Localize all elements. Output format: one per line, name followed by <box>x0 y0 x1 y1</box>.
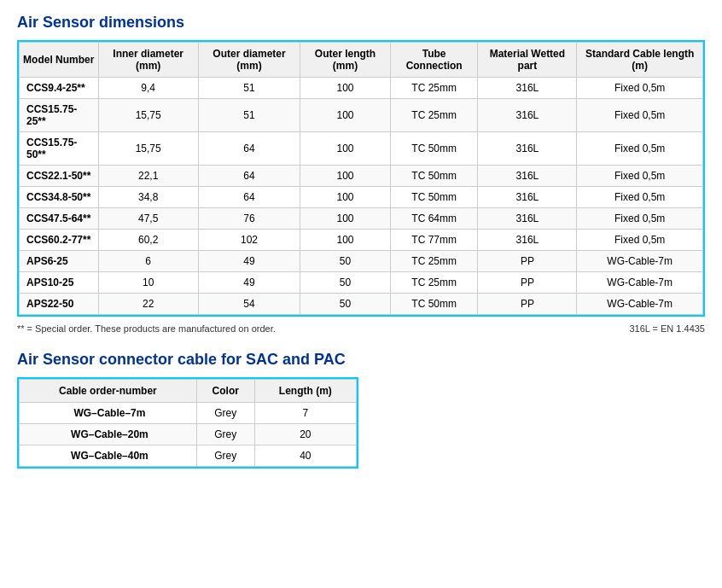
table-cell: 51 <box>198 99 300 132</box>
table-header-row: Model Number Inner diameter (mm) Outer d… <box>20 43 703 78</box>
table-cell: WG–Cable–7m <box>20 403 197 424</box>
table-cell: CCS34.8-50** <box>20 187 99 208</box>
table-cell: 6 <box>98 251 198 272</box>
table-cell: 316L <box>478 187 577 208</box>
table-cell: CCS9.4-25** <box>20 78 99 99</box>
col-inner-diam: Inner diameter (mm) <box>98 43 198 78</box>
col-color: Color <box>196 380 254 403</box>
connector-table: Cable order-number Color Length (m) WG–C… <box>19 379 357 467</box>
table-cell: CCS15.75-50** <box>20 132 99 166</box>
table-cell: 100 <box>300 187 391 208</box>
table-cell: Fixed 0,5m <box>577 208 703 230</box>
table-cell: 51 <box>198 78 300 99</box>
table-cell: WG-Cable-7m <box>577 272 703 294</box>
table-cell: 76 <box>198 208 300 230</box>
col-cable-length: Standard Cable length (m) <box>577 43 703 78</box>
col-outer-diam: Outer diameter (mm) <box>198 43 300 78</box>
table-row: CCS15.75-25**15,7551100TC 25mm316LFixed … <box>20 99 703 132</box>
table-cell: 50 <box>300 251 391 272</box>
table-cell: 316L <box>478 99 577 132</box>
table-row: CCS47.5-64**47,576100TC 64mm316LFixed 0,… <box>20 208 703 230</box>
section2-title: Air Sensor connector cable for SAC and P… <box>17 351 705 369</box>
table-cell: 9,4 <box>98 78 198 99</box>
table-cell: 316L <box>478 208 577 230</box>
table-cell: TC 50mm <box>390 294 478 315</box>
footnote: ** = Special order. These products are m… <box>17 323 705 334</box>
table-cell: 64 <box>198 187 300 208</box>
table-row: WG–Cable–7mGrey7 <box>20 403 357 424</box>
table-cell: 47,5 <box>98 208 198 230</box>
table-cell: Grey <box>196 424 254 445</box>
connector-table-wrapper: Cable order-number Color Length (m) WG–C… <box>17 377 358 469</box>
table-cell: 34,8 <box>98 187 198 208</box>
table-row: APS6-2564950TC 25mmPPWG-Cable-7m <box>20 251 703 272</box>
table-cell: TC 25mm <box>390 78 478 99</box>
table-row: CCS9.4-25**9,451100TC 25mm316LFixed 0,5m <box>20 78 703 99</box>
table-cell: 100 <box>300 132 391 166</box>
table-cell: 49 <box>198 272 300 294</box>
table-row: CCS34.8-50**34,864100TC 50mm316LFixed 0,… <box>20 187 703 208</box>
col-model: Model Number <box>20 43 99 78</box>
table-cell: 40 <box>254 445 356 467</box>
table-cell: PP <box>478 294 577 315</box>
connector-header-row: Cable order-number Color Length (m) <box>20 380 357 403</box>
table-cell: 49 <box>198 251 300 272</box>
table-cell: 20 <box>254 424 356 445</box>
table-row: APS10-25104950TC 25mmPPWG-Cable-7m <box>20 272 703 294</box>
table-cell: 64 <box>198 132 300 166</box>
table-cell: 60,2 <box>98 230 198 251</box>
dimensions-table-wrapper: Model Number Inner diameter (mm) Outer d… <box>17 40 705 317</box>
table-cell: TC 77mm <box>390 230 478 251</box>
section1-title: Air Sensor dimensions <box>17 14 705 32</box>
table-cell: TC 50mm <box>390 166 478 187</box>
table-cell: Fixed 0,5m <box>577 132 703 166</box>
section2: Air Sensor connector cable for SAC and P… <box>17 351 705 469</box>
table-cell: CCS15.75-25** <box>20 99 99 132</box>
table-cell: Fixed 0,5m <box>577 166 703 187</box>
table-cell: TC 50mm <box>390 187 478 208</box>
table-cell: 100 <box>300 230 391 251</box>
table-cell: WG–Cable–40m <box>20 445 197 467</box>
table-cell: 100 <box>300 166 391 187</box>
table-cell: 316L <box>478 166 577 187</box>
table-cell: Fixed 0,5m <box>577 78 703 99</box>
table-cell: TC 64mm <box>390 208 478 230</box>
table-cell: APS22-50 <box>20 294 99 315</box>
table-cell: Grey <box>196 445 254 467</box>
table-cell: Grey <box>196 403 254 424</box>
footnote-left: ** = Special order. These products are m… <box>17 323 276 334</box>
table-cell: 102 <box>198 230 300 251</box>
table-cell: 7 <box>254 403 356 424</box>
table-cell: TC 25mm <box>390 99 478 132</box>
table-cell: 15,75 <box>98 99 198 132</box>
table-cell: 100 <box>300 208 391 230</box>
table-cell: PP <box>478 272 577 294</box>
table-cell: 316L <box>478 78 577 99</box>
table-cell: APS6-25 <box>20 251 99 272</box>
table-cell: 50 <box>300 272 391 294</box>
table-cell: APS10-25 <box>20 272 99 294</box>
table-cell: WG-Cable-7m <box>577 251 703 272</box>
table-cell: 316L <box>478 132 577 166</box>
col-cable-order: Cable order-number <box>20 380 197 403</box>
col-tube-conn: Tube Connection <box>390 43 478 78</box>
table-cell: CCS22.1-50** <box>20 166 99 187</box>
col-length: Length (m) <box>254 380 356 403</box>
footnote-right: 316L = EN 1.4435 <box>629 323 705 334</box>
table-cell: TC 25mm <box>390 272 478 294</box>
table-cell: TC 50mm <box>390 132 478 166</box>
table-row: CCS60.2-77**60,2102100TC 77mm316LFixed 0… <box>20 230 703 251</box>
table-cell: 50 <box>300 294 391 315</box>
table-cell: CCS60.2-77** <box>20 230 99 251</box>
table-row: WG–Cable–40mGrey40 <box>20 445 357 467</box>
table-row: CCS15.75-50**15,7564100TC 50mm316LFixed … <box>20 132 703 166</box>
table-cell: 64 <box>198 166 300 187</box>
table-cell: 10 <box>98 272 198 294</box>
col-material: Material Wetted part <box>478 43 577 78</box>
table-cell: 100 <box>300 99 391 132</box>
dimensions-table: Model Number Inner diameter (mm) Outer d… <box>19 42 703 315</box>
table-cell: 316L <box>478 230 577 251</box>
table-cell: Fixed 0,5m <box>577 230 703 251</box>
table-cell: 22,1 <box>98 166 198 187</box>
table-row: CCS22.1-50**22,164100TC 50mm316LFixed 0,… <box>20 166 703 187</box>
